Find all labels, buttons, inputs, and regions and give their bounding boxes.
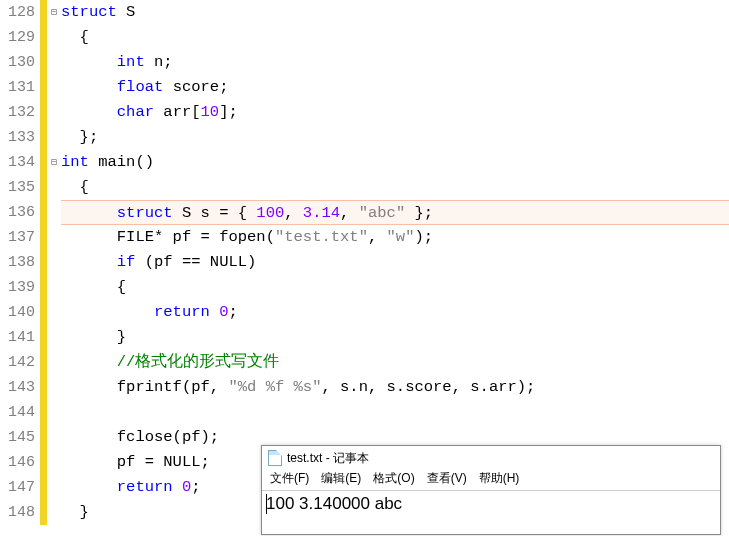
token: }; bbox=[61, 128, 98, 146]
fold-toggle bbox=[47, 275, 61, 300]
token: , bbox=[368, 228, 387, 246]
code-line[interactable]: 132 char arr[10]; bbox=[0, 100, 729, 125]
fold-toggle bbox=[47, 175, 61, 200]
change-marker bbox=[40, 350, 47, 375]
token: main() bbox=[89, 153, 154, 171]
token: fclose(pf); bbox=[61, 428, 219, 446]
change-marker bbox=[40, 225, 47, 250]
change-marker bbox=[40, 375, 47, 400]
menu-item[interactable]: 编辑(E) bbox=[321, 470, 361, 490]
code-content[interactable]: } bbox=[61, 325, 729, 350]
token: "abc" bbox=[359, 204, 406, 222]
line-number: 145 bbox=[0, 425, 40, 450]
change-marker bbox=[40, 75, 47, 100]
notepad-titlebar[interactable]: test.txt - 记事本 bbox=[262, 446, 720, 470]
token: , bbox=[340, 204, 359, 222]
fold-toggle[interactable]: ⊟ bbox=[47, 0, 61, 25]
code-content[interactable]: }; bbox=[61, 125, 729, 150]
code-line[interactable]: 139 { bbox=[0, 275, 729, 300]
code-content[interactable]: struct S s = { 100, 3.14, "abc" }; bbox=[61, 200, 729, 225]
code-line[interactable]: 130 int n; bbox=[0, 50, 729, 75]
token: { bbox=[61, 178, 89, 196]
change-marker bbox=[40, 50, 47, 75]
line-number: 128 bbox=[0, 0, 40, 25]
code-content[interactable]: int main() bbox=[61, 150, 729, 175]
menu-item[interactable]: 查看(V) bbox=[427, 470, 467, 490]
fold-toggle bbox=[47, 425, 61, 450]
code-line[interactable]: 141 } bbox=[0, 325, 729, 350]
token bbox=[61, 78, 117, 96]
code-content[interactable]: float score; bbox=[61, 75, 729, 100]
change-marker bbox=[40, 475, 47, 500]
notepad-title: test.txt - 记事本 bbox=[287, 450, 369, 467]
code-content[interactable]: { bbox=[61, 175, 729, 200]
menu-item[interactable]: 帮助(H) bbox=[479, 470, 520, 490]
change-marker bbox=[40, 125, 47, 150]
notepad-window[interactable]: test.txt - 记事本 文件(F)编辑(E)格式(O)查看(V)帮助(H)… bbox=[261, 445, 721, 535]
change-marker bbox=[40, 450, 47, 475]
line-number: 137 bbox=[0, 225, 40, 250]
token: score; bbox=[163, 78, 228, 96]
fold-toggle bbox=[47, 350, 61, 375]
token bbox=[61, 253, 117, 271]
code-line[interactable]: 128⊟struct S bbox=[0, 0, 729, 25]
line-number: 133 bbox=[0, 125, 40, 150]
token bbox=[61, 204, 117, 222]
change-marker bbox=[40, 250, 47, 275]
token bbox=[61, 478, 117, 496]
line-number: 147 bbox=[0, 475, 40, 500]
code-content[interactable]: struct S bbox=[61, 0, 729, 25]
code-content[interactable]: int n; bbox=[61, 50, 729, 75]
change-marker bbox=[40, 25, 47, 50]
code-content[interactable]: fprintf(pf, "%d %f %s", s.n, s.score, s.… bbox=[61, 375, 729, 400]
menu-item[interactable]: 文件(F) bbox=[270, 470, 309, 490]
token bbox=[61, 303, 154, 321]
code-content[interactable]: if (pf == NULL) bbox=[61, 250, 729, 275]
code-content[interactable]: return 0; bbox=[61, 300, 729, 325]
code-line[interactable]: 138 if (pf == NULL) bbox=[0, 250, 729, 275]
code-line[interactable]: 133 }; bbox=[0, 125, 729, 150]
menu-item[interactable]: 格式(O) bbox=[373, 470, 414, 490]
token: arr[ bbox=[154, 103, 201, 121]
code-line[interactable]: 140 return 0; bbox=[0, 300, 729, 325]
code-line[interactable]: 142 //格式化的形式写文件 bbox=[0, 350, 729, 375]
fold-toggle[interactable]: ⊟ bbox=[47, 150, 61, 175]
fold-toggle bbox=[47, 75, 61, 100]
code-content[interactable]: //格式化的形式写文件 bbox=[61, 350, 729, 375]
line-number: 144 bbox=[0, 400, 40, 425]
code-line[interactable]: 137 FILE* pf = fopen("test.txt", "w"); bbox=[0, 225, 729, 250]
line-number: 148 bbox=[0, 500, 40, 525]
code-content[interactable]: FILE* pf = fopen("test.txt", "w"); bbox=[61, 225, 729, 250]
code-line[interactable]: 144 bbox=[0, 400, 729, 425]
code-content[interactable]: { bbox=[61, 275, 729, 300]
line-number: 139 bbox=[0, 275, 40, 300]
token: "%d %f %s" bbox=[228, 378, 321, 396]
token: FILE* pf = fopen( bbox=[61, 228, 275, 246]
code-line[interactable]: 131 float score; bbox=[0, 75, 729, 100]
token: "test.txt" bbox=[275, 228, 368, 246]
change-marker bbox=[40, 400, 47, 425]
fold-toggle bbox=[47, 50, 61, 75]
code-content[interactable] bbox=[61, 400, 729, 425]
change-marker bbox=[40, 200, 47, 225]
token: 10 bbox=[201, 103, 220, 121]
code-line[interactable]: 134⊟int main() bbox=[0, 150, 729, 175]
notepad-menubar[interactable]: 文件(F)编辑(E)格式(O)查看(V)帮助(H) bbox=[262, 470, 720, 490]
token: , bbox=[284, 204, 303, 222]
code-line[interactable]: 143 fprintf(pf, "%d %f %s", s.n, s.score… bbox=[0, 375, 729, 400]
change-marker bbox=[40, 275, 47, 300]
code-line[interactable]: 136 struct S s = { 100, 3.14, "abc" }; bbox=[0, 200, 729, 225]
token bbox=[173, 478, 182, 496]
code-line[interactable]: 135 { bbox=[0, 175, 729, 200]
token: }; bbox=[405, 204, 433, 222]
token: float bbox=[117, 78, 164, 96]
fold-toggle bbox=[47, 200, 61, 225]
notepad-body[interactable]: 100 3.140000 abc bbox=[262, 490, 720, 517]
change-marker bbox=[40, 175, 47, 200]
code-content[interactable]: { bbox=[61, 25, 729, 50]
token: , s.n, s.score, s.arr); bbox=[321, 378, 535, 396]
code-content[interactable]: char arr[10]; bbox=[61, 100, 729, 125]
token: } bbox=[61, 503, 89, 521]
fold-toggle bbox=[47, 375, 61, 400]
code-line[interactable]: 129 { bbox=[0, 25, 729, 50]
